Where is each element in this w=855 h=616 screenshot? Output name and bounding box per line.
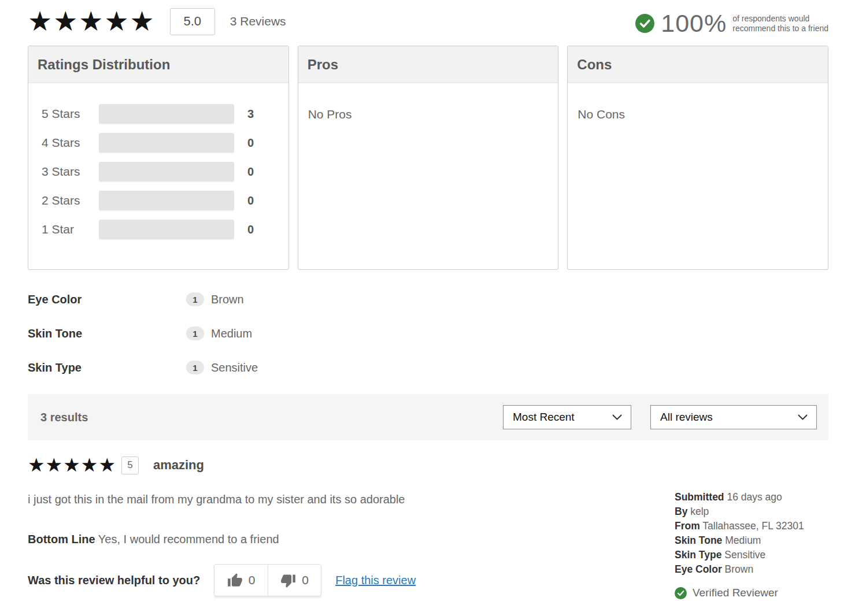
summary-panels: Ratings Distribution 5 Stars 3 4 Stars 0… (28, 46, 828, 270)
thumbs-down-icon (280, 573, 296, 588)
rating-value-box: 5.0 (170, 8, 215, 35)
facet-label: Eye Color (28, 293, 186, 306)
sort-dropdown[interactable]: Most Recent (503, 405, 631, 429)
meta-submitted: Submitted 16 days ago (675, 490, 828, 504)
review-summary-row: ★★★★★ 5.0 3 Reviews 100% of respondents … (28, 7, 828, 38)
facet-value: Medium (211, 327, 252, 340)
cons-header: Cons (568, 46, 828, 83)
star-icon: ★ (81, 454, 99, 476)
rating-row-label: 1 Star (42, 222, 99, 236)
sort-dropdown-value: Most Recent (513, 411, 575, 424)
review-item: ★★★★★ 5 amazing i just got this in the m… (28, 455, 828, 599)
star-icon: ★ (46, 454, 64, 476)
overall-rating: ★★★★★ 5.0 3 Reviews (28, 7, 286, 36)
pros-panel: Pros No Pros (298, 46, 559, 270)
meta-by: By kelp (675, 504, 828, 519)
review-title: amazing (153, 458, 204, 473)
rating-row-count: 0 (247, 194, 254, 207)
facet-count-badge: 1 (186, 326, 204, 340)
facet-filter-skin-type[interactable]: 1 Sensitive (186, 361, 258, 374)
thumbs-down-count: 0 (302, 573, 309, 587)
facet-row-eye-color: Eye Color 1 Brown (28, 292, 828, 307)
overall-star-rating-icon: ★★★★★ (28, 7, 156, 36)
pros-header: Pros (298, 46, 558, 83)
ratings-distribution-body: 5 Stars 3 4 Stars 0 3 Stars 0 2 Stars (28, 83, 288, 239)
meta-from: From Tallahassee, FL 32301 (675, 519, 828, 533)
rating-row-count: 0 (247, 223, 254, 236)
meta-skin-type: Skin Type Sensitive (675, 548, 828, 562)
ratings-distribution-panel: Ratings Distribution 5 Stars 3 4 Stars 0… (28, 46, 289, 270)
rating-row-4-stars[interactable]: 4 Stars 0 (28, 133, 288, 153)
review-star-rating-icon: ★★★★★ (28, 455, 116, 475)
rating-row-5-stars[interactable]: 5 Stars 3 (28, 104, 288, 124)
review-header: ★★★★★ 5 amazing (28, 455, 652, 475)
review-meta-column: Submitted 16 days ago By kelp From Talla… (675, 455, 828, 599)
results-dropdowns: Most Recent All reviews (503, 405, 817, 429)
star-icon: ★ (53, 6, 79, 36)
reviews-count-label: 3 Reviews (230, 14, 286, 28)
flag-review-link[interactable]: Flag this review (335, 574, 416, 587)
star-icon: ★ (98, 454, 116, 476)
recommend-caption: of respondents would recommend this to a… (732, 14, 828, 34)
rating-bar-track (99, 191, 234, 210)
thumbs-up-button[interactable]: 0 (214, 565, 268, 596)
star-icon: ★ (104, 6, 129, 36)
chevron-down-icon (798, 414, 808, 420)
meta-eye-color: Eye Color Brown (675, 562, 828, 577)
check-circle-icon (635, 14, 654, 33)
review-scope-dropdown[interactable]: All reviews (650, 405, 817, 429)
facet-row-skin-tone: Skin Tone 1 Medium (28, 326, 828, 341)
rating-row-label: 4 Stars (42, 136, 99, 150)
star-icon: ★ (28, 454, 46, 476)
helpful-vote-group: 0 0 (214, 564, 321, 596)
results-toolbar: 3 results Most Recent All reviews (28, 394, 828, 440)
facet-count-badge: 1 (186, 361, 204, 374)
review-score-box: 5 (121, 457, 139, 474)
facet-filter-skin-tone[interactable]: 1 Medium (186, 326, 252, 340)
rating-row-1-star[interactable]: 1 Star 0 (28, 220, 288, 239)
facet-filter-eye-color[interactable]: 1 Brown (186, 292, 244, 306)
panel-title: Cons (577, 57, 612, 73)
helpful-row: Was this review helpful to you? 0 0 (28, 564, 652, 596)
rating-bar-track (99, 133, 234, 153)
review-content: ★★★★★ 5 amazing i just got this in the m… (28, 455, 675, 599)
review-facets: Eye Color 1 Brown Skin Tone 1 Medium Ski… (28, 292, 828, 375)
verified-reviewer: Verified Reviewer (675, 587, 828, 599)
facet-count-badge: 1 (186, 292, 204, 306)
facet-row-skin-type: Skin Type 1 Sensitive (28, 360, 828, 375)
star-icon: ★ (79, 6, 104, 36)
facet-value: Brown (211, 293, 244, 306)
rating-row-2-stars[interactable]: 2 Stars 0 (28, 191, 288, 210)
verified-check-icon (675, 587, 687, 599)
meta-skin-tone: Skin Tone Medium (675, 533, 828, 548)
rating-row-count: 3 (247, 107, 254, 121)
results-count-label: 3 results (40, 411, 88, 424)
rating-row-label: 5 Stars (42, 107, 99, 121)
verified-reviewer-label: Verified Reviewer (693, 587, 778, 599)
panel-title: Ratings Distribution (38, 57, 170, 73)
rating-row-label: 2 Stars (42, 194, 99, 207)
thumbs-down-button[interactable]: 0 (268, 565, 321, 596)
reviews-section: ★★★★★ 5.0 3 Reviews 100% of respondents … (0, 0, 855, 599)
star-icon: ★ (63, 454, 81, 476)
cons-panel: Cons No Cons (567, 46, 828, 270)
bottom-line: Bottom Line Yes, I would recommend to a … (28, 533, 652, 546)
review-scope-dropdown-value: All reviews (660, 411, 713, 424)
chevron-down-icon (612, 414, 622, 420)
rating-bar-track (99, 220, 234, 239)
rating-bar-track (99, 162, 234, 181)
ratings-distribution-header: Ratings Distribution (28, 46, 288, 83)
recommend-summary: 100% of respondents would recommend this… (635, 7, 828, 38)
cons-empty-text: No Cons (568, 83, 828, 121)
thumbs-up-icon (227, 573, 243, 588)
helpful-question: Was this review helpful to you? (28, 574, 200, 587)
facet-label: Skin Tone (28, 327, 186, 340)
pros-empty-text: No Pros (298, 83, 558, 121)
rating-row-label: 3 Stars (42, 165, 99, 179)
review-body-text: i just got this in the mail from my gran… (28, 492, 652, 507)
rating-row-3-stars[interactable]: 3 Stars 0 (28, 162, 288, 181)
bottom-line-label: Bottom Line (28, 533, 95, 546)
bottom-line-value: Yes, I would recommend to a friend (98, 533, 279, 546)
panel-title: Pros (308, 57, 338, 73)
rating-row-count: 0 (247, 165, 254, 179)
